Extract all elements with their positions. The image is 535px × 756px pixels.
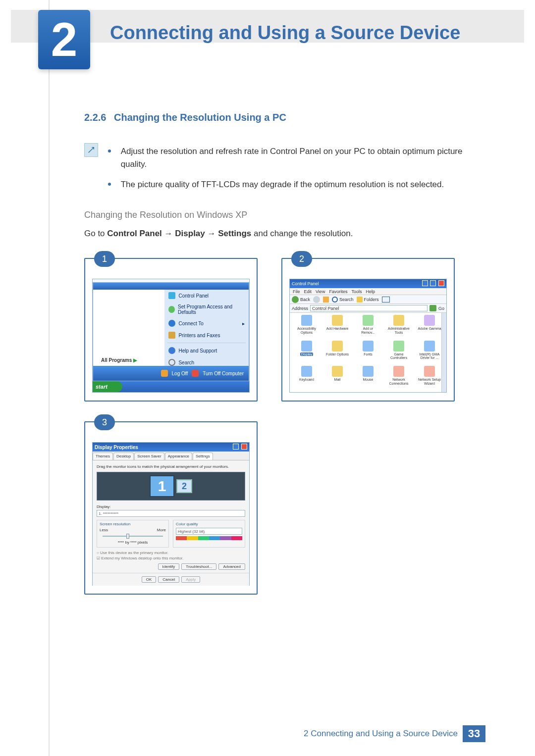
figure-3: 3 Display Properties Themes Desktop Scre… bbox=[84, 421, 258, 595]
control-panel-screenshot: Control Panel File Edit View Favorites T… bbox=[289, 279, 447, 393]
close-icon bbox=[241, 444, 247, 450]
tab-desktop: Desktop bbox=[113, 453, 134, 460]
note-bullet: Adjust the resolution and refresh rate i… bbox=[108, 145, 485, 171]
cq-value: Highest (32 bit) bbox=[178, 529, 205, 534]
figure-1: 1 All Programs ▶ Control Panel Set Progr… bbox=[84, 258, 258, 402]
page-footer: 2 Connecting and Using a Source Device 3… bbox=[50, 725, 485, 742]
menu-item-label: Printers and Faxes bbox=[178, 333, 220, 338]
advanced-button: Advanced bbox=[218, 563, 245, 570]
cp-icon: Folder Options bbox=[322, 341, 352, 365]
search-icon bbox=[332, 297, 338, 302]
window-title: Display Properties bbox=[95, 445, 138, 450]
logoff-label: Log Off bbox=[172, 371, 188, 376]
close-icon bbox=[438, 280, 444, 286]
instruction-text: Go to bbox=[84, 229, 107, 238]
forward-icon bbox=[313, 296, 320, 303]
menu-edit: Edit bbox=[304, 289, 312, 294]
sr-less: Less bbox=[100, 528, 108, 532]
address-label: Address bbox=[292, 306, 308, 311]
menu-connect-to: Connect To▸ bbox=[164, 317, 249, 329]
menu-file: File bbox=[293, 289, 300, 294]
chevron-right-icon: ▶ bbox=[133, 357, 137, 363]
cp-icon: Game Controllers bbox=[384, 341, 414, 365]
arrow-icon: → bbox=[208, 229, 218, 238]
start-label: start bbox=[96, 384, 107, 390]
check-label: Use this device as the primary monitor. bbox=[100, 551, 168, 555]
menu-tools: Tools bbox=[351, 289, 362, 294]
section-number: 2.2.6 bbox=[84, 112, 106, 123]
menu-control-panel: Control Panel bbox=[164, 290, 249, 302]
menu-help: Help and Support bbox=[164, 345, 249, 356]
apply-button: Apply bbox=[181, 576, 200, 583]
address-bar: Address Control Panel Go bbox=[290, 304, 446, 313]
check-primary: ○ Use this device as the primary monitor… bbox=[97, 551, 245, 555]
figures-row: 1 All Programs ▶ Control Panel Set Progr… bbox=[84, 258, 485, 402]
window-buttons bbox=[421, 280, 444, 287]
display-select-value: 1. ********** bbox=[99, 511, 118, 516]
display-properties-screenshot: Display Properties Themes Desktop Screen… bbox=[92, 442, 250, 586]
note-bullet: The picture quality of TFT-LCDs may degr… bbox=[108, 178, 485, 191]
cp-icon: Add or Remov... bbox=[353, 315, 383, 339]
maximize-icon bbox=[430, 280, 436, 286]
toolbar: Back Search Folders bbox=[290, 295, 446, 304]
chapter-number: 2 bbox=[51, 16, 77, 63]
display-label: Display: bbox=[97, 504, 245, 509]
figures-row-2: 3 Display Properties Themes Desktop Scre… bbox=[84, 421, 485, 595]
search-label: Search bbox=[339, 297, 354, 302]
all-programs-label: All Programs bbox=[101, 357, 132, 363]
logoff-icon bbox=[161, 370, 168, 377]
instruction: Go to Control Panel → Display → Settings… bbox=[84, 227, 485, 240]
icon-area: Accessibility OptionsAdd HardwareAdd or … bbox=[290, 313, 446, 392]
menu-help: Help bbox=[366, 289, 375, 294]
chapter-title: Connecting and Using a Source Device bbox=[110, 22, 460, 44]
connect-to-icon bbox=[168, 320, 175, 327]
menu-bar: File Edit View Favorites Tools Help bbox=[290, 288, 446, 295]
minimize-icon bbox=[422, 280, 428, 286]
cp-icon: Display bbox=[292, 341, 321, 365]
go-label: Go bbox=[438, 306, 444, 311]
cp-icon: Add Hardware bbox=[322, 315, 352, 339]
search-icon bbox=[168, 359, 175, 366]
note-bullets: Adjust the resolution and refresh rate i… bbox=[104, 138, 485, 198]
go-icon bbox=[429, 305, 436, 311]
page-number: 33 bbox=[463, 725, 485, 742]
cp-icon: Intel(R) GMA Driver for ... bbox=[415, 341, 444, 365]
menu-item-label: Help and Support bbox=[178, 348, 217, 353]
content: 2.2.6 Changing the Resolution Using a PC… bbox=[84, 112, 485, 595]
sr-value: **** by **** pixels bbox=[100, 540, 166, 545]
section-title: Changing the Resolution Using a PC bbox=[114, 112, 286, 123]
tabs: Themes Desktop Screen Saver Appearance S… bbox=[93, 452, 249, 460]
drag-hint: Drag the monitor icons to match the phys… bbox=[97, 464, 245, 469]
tab-settings: Settings bbox=[193, 453, 213, 460]
turnoff-icon bbox=[192, 370, 199, 377]
cp-icon: Keyboard bbox=[292, 366, 321, 390]
program-access-icon bbox=[168, 306, 175, 313]
menu-favorites: Favorites bbox=[329, 289, 347, 294]
printers-icon bbox=[168, 332, 175, 339]
screen-resolution-title: Screen resolution bbox=[100, 522, 166, 526]
cp-icon: Fonts bbox=[353, 341, 383, 365]
folders-label: Folders bbox=[364, 297, 379, 302]
chapter-header: 2 Connecting and Using a Source Device bbox=[11, 10, 524, 43]
color-quality-pane: Color quality Highest (32 bit) bbox=[173, 520, 245, 548]
screen-resolution-pane: Screen resolution Less More **** by ****… bbox=[97, 520, 169, 548]
path-display: Display bbox=[175, 229, 205, 238]
cancel-button: Cancel bbox=[158, 576, 179, 583]
arrow-icon: → bbox=[164, 229, 175, 238]
cp-icon: Network Setup Wizard bbox=[415, 366, 444, 390]
left-rail bbox=[49, 0, 50, 756]
chapter-number-box: 2 bbox=[38, 10, 90, 69]
tab-themes: Themes bbox=[93, 453, 113, 460]
menu-view: View bbox=[316, 289, 325, 294]
chevron-right-icon: ▸ bbox=[242, 321, 245, 326]
cp-icon: Accessibility Options bbox=[292, 315, 321, 339]
scrollbar bbox=[441, 313, 446, 392]
figure-badge: 2 bbox=[291, 251, 312, 267]
check-extend: ☑ Extend my Windows desktop onto this mo… bbox=[97, 556, 245, 560]
cp-icon: Network Connections bbox=[384, 366, 414, 390]
sr-more: More bbox=[157, 528, 166, 532]
monitor-2: 2 bbox=[176, 479, 192, 493]
menu-spa: Set Program Access and Defaults bbox=[164, 302, 249, 317]
window-buttons bbox=[232, 444, 247, 451]
check-label: Extend my Windows desktop onto this moni… bbox=[101, 556, 183, 560]
